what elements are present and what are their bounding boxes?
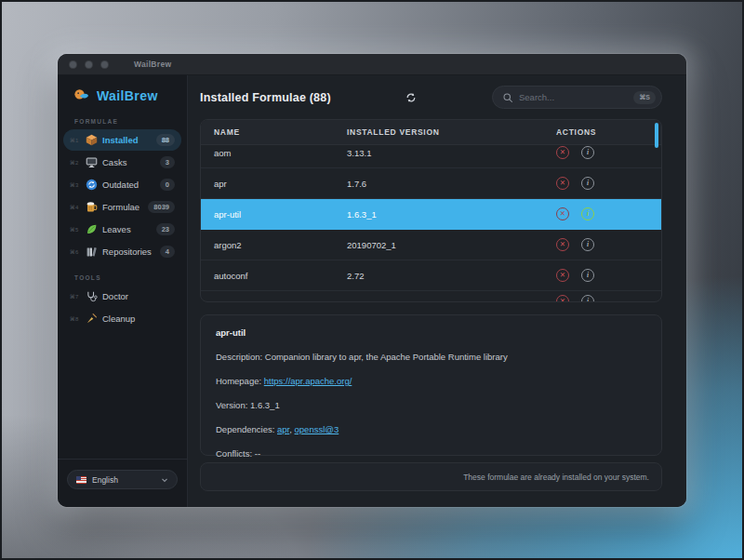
column-name: NAME [214, 127, 347, 137]
uninstall-icon[interactable]: ✕ [556, 177, 569, 190]
refresh-icon [405, 91, 418, 104]
search-box[interactable]: ⌘S [492, 86, 662, 109]
info-icon[interactable]: i [581, 207, 594, 220]
monitor-icon [86, 156, 98, 168]
books-icon [86, 246, 98, 258]
count-badge: 0 [160, 179, 175, 191]
info-icon[interactable]: i [581, 269, 594, 282]
sidebar-item-formulae[interactable]: ⌘4 Formulae 8039 [63, 196, 181, 218]
sync-icon [86, 179, 98, 191]
language-selector[interactable]: English [67, 470, 178, 489]
app-logo-icon [73, 87, 90, 104]
sidebar-item-leaves[interactable]: ⌘5 Leaves 23 [63, 219, 181, 240]
traffic-lights [69, 60, 109, 69]
details-homepage: Homepage: https://apr.apache.org/ [216, 376, 646, 386]
info-icon[interactable]: i [581, 146, 594, 159]
package-icon [86, 134, 98, 146]
app-logo-row: WailBrew [58, 87, 187, 104]
details-description: Description: Companion library to apr, t… [216, 352, 646, 362]
table-row[interactable]: argon2 20190702_1 ✕ i [201, 230, 661, 260]
uninstall-icon[interactable]: ✕ [556, 295, 569, 302]
table-header: NAME INSTALLED VERSION ACTIONS [201, 120, 661, 145]
search-shortcut-badge: ⌘S [633, 91, 656, 104]
table-row[interactable]: apr 1.7.6 ✕ i [201, 168, 661, 199]
details-title: apr-util [216, 327, 646, 338]
count-badge: 88 [156, 134, 175, 146]
status-bar: These formulae are already installed on … [200, 462, 662, 491]
status-text: These formulae are already installed on … [463, 473, 649, 482]
formulae-table: NAME INSTALLED VERSION ACTIONS aom 3.13.… [200, 119, 662, 302]
zoom-window-button[interactable] [100, 60, 109, 69]
count-badge: 3 [160, 156, 175, 168]
minimize-window-button[interactable] [85, 60, 93, 69]
page-title: Installed Formulae (88) [200, 91, 331, 104]
table-row[interactable]: autoconf 2.72 ✕ i [201, 260, 661, 291]
stethoscope-icon [86, 290, 98, 302]
info-icon[interactable]: i [581, 177, 594, 190]
main-content: Installed Formulae (88) [188, 75, 686, 507]
uninstall-icon[interactable]: ✕ [556, 269, 569, 282]
table-scrollbar[interactable] [655, 123, 658, 148]
count-badge: 23 [156, 223, 175, 235]
details-version: Version: 1.6.3_1 [216, 400, 646, 410]
sidebar-divider [58, 459, 187, 460]
sidebar: WailBrew FORMULAE ⌘1 Installed 88 ⌘2 [58, 75, 188, 507]
close-window-button[interactable] [69, 60, 77, 69]
uninstall-icon[interactable]: ✕ [556, 146, 569, 159]
dependency-link[interactable]: apr [277, 424, 289, 434]
sidebar-item-doctor[interactable]: ⌘7 Doctor [63, 286, 181, 307]
sidebar-item-casks[interactable]: ⌘2 Casks 3 [63, 152, 181, 173]
chevron-down-icon [161, 476, 168, 484]
table-row[interactable]: ✕ i [201, 291, 661, 302]
main-header: Installed Formulae (88) [200, 75, 662, 119]
info-icon[interactable]: i [581, 295, 594, 302]
us-flag-icon [76, 476, 86, 484]
uninstall-icon[interactable]: ✕ [556, 238, 569, 251]
tools-section-label: TOOLS [74, 274, 187, 281]
info-icon[interactable]: i [581, 238, 594, 251]
column-actions: ACTIONS [556, 127, 661, 137]
sidebar-item-repositories[interactable]: ⌘6 Repositories 4 [63, 241, 181, 262]
window-title: WailBrew [134, 60, 171, 69]
homepage-link[interactable]: https://apr.apache.org/ [264, 376, 352, 386]
sidebar-item-cleanup[interactable]: ⌘8 Cleanup [63, 308, 181, 329]
sidebar-item-installed[interactable]: ⌘1 Installed 88 [63, 129, 181, 151]
details-conflicts: Conflicts: -- [216, 448, 646, 459]
formulae-section-label: FORMULAE [74, 118, 187, 125]
window-titlebar: WailBrew [58, 54, 686, 75]
beer-mug-icon [86, 201, 98, 213]
sidebar-item-outdated[interactable]: ⌘3 Outdated 0 [63, 174, 181, 195]
broom-icon [86, 313, 98, 325]
count-badge: 4 [160, 246, 175, 258]
details-dependencies: Dependencies: apr, openssl@3 [216, 424, 646, 434]
search-input[interactable] [519, 92, 628, 102]
leaf-icon [86, 223, 98, 235]
column-version: INSTALLED VERSION [347, 127, 556, 137]
dependency-link[interactable]: openssl@3 [295, 424, 339, 434]
language-label: English [92, 475, 118, 485]
count-badge: 8039 [148, 201, 175, 213]
refresh-button[interactable] [402, 88, 420, 107]
package-details-panel: apr-util Description: Companion library … [200, 314, 662, 456]
table-row-selected[interactable]: apr-util 1.6.3_1 ✕ i [201, 199, 661, 230]
search-icon [502, 92, 513, 103]
app-window: WailBrew WailBrew FORMULAE ⌘1 [58, 54, 686, 507]
uninstall-icon[interactable]: ✕ [556, 207, 569, 220]
app-name: WailBrew [97, 88, 158, 103]
